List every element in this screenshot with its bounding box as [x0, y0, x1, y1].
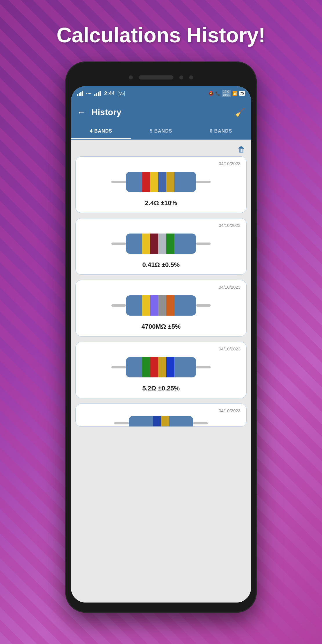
band-3-5	[174, 295, 180, 316]
resistor-visual-5	[82, 416, 240, 427]
app-bar-title: History	[91, 107, 229, 117]
resistor-value-1: 2.4Ω ±10%	[82, 199, 240, 207]
signal2-bar-4	[100, 91, 101, 96]
back-button[interactable]: ←	[77, 107, 86, 117]
cap-right-5	[177, 416, 193, 427]
notch-sensor	[179, 75, 183, 79]
resistor-body-5	[129, 416, 193, 427]
signal-bar-2	[79, 93, 80, 96]
signal2-bar-1	[94, 94, 95, 96]
band-5-2	[153, 416, 161, 427]
wifi-icon: 📶	[232, 91, 237, 96]
band-2-5	[174, 234, 180, 254]
status-time: 2:44	[104, 91, 115, 97]
cap-left-4	[126, 357, 142, 377]
vo-badge: Vo	[118, 91, 125, 96]
resistor-body-2	[126, 234, 196, 254]
phone-screen: •••• 2:44 Vo 🔕 📞 19.0KB/s 📶 75 ←	[71, 86, 251, 603]
band-2-3	[158, 234, 166, 254]
band-2-2	[150, 234, 158, 254]
resistor-visual-4	[82, 354, 240, 380]
speed-indicator: 19.0KB/s	[222, 90, 230, 97]
notch-camera	[129, 75, 133, 79]
resistor-value-4: 5.2Ω ±0.25%	[82, 385, 240, 392]
status-bar: •••• 2:44 Vo 🔕 📞 19.0KB/s 📶 75	[71, 86, 251, 101]
resistor-body-1	[126, 172, 196, 192]
status-right: 🔕 📞 19.0KB/s 📶 75	[209, 90, 245, 97]
resistor-value-2: 0.41Ω ±0.5%	[82, 261, 240, 269]
notch-dot2	[189, 75, 193, 79]
phone-frame: •••• 2:44 Vo 🔕 📞 19.0KB/s 📶 75 ←	[65, 61, 257, 613]
resistor-card-2[interactable]: 04/10/2023 0.41Ω ±0.5%	[75, 218, 247, 275]
cap-right-3	[180, 295, 196, 316]
lead-left-5	[114, 422, 129, 424]
tab-5bands[interactable]: 5 BANDS	[131, 124, 191, 139]
delete-row: 🗑	[75, 143, 247, 156]
card-date-5: 04/10/2023	[82, 408, 240, 413]
lead-left-4	[111, 366, 126, 368]
band-1-5	[174, 172, 180, 192]
resistor-body-3	[126, 295, 196, 316]
resistor-card-5[interactable]: 04/10/2023	[75, 404, 247, 427]
resistor-visual-2	[82, 231, 240, 257]
cap-left-2	[126, 234, 142, 254]
app-bar: ← History 🧹	[71, 101, 251, 124]
phone-notch	[71, 70, 251, 85]
band-3-4	[166, 295, 174, 316]
lead-left-2	[111, 243, 126, 245]
band-2-4	[166, 234, 174, 254]
delete-button[interactable]: 🗑	[238, 145, 245, 154]
cap-right-1	[180, 172, 196, 192]
lead-right-4	[196, 366, 211, 368]
band-3-2	[150, 295, 158, 316]
cap-right-4	[180, 357, 196, 377]
band-1-3	[158, 172, 166, 192]
signal-dots: ••••	[86, 91, 91, 96]
band-5-3	[161, 416, 169, 427]
band-3-1	[142, 295, 150, 316]
signal-bar-1	[77, 94, 78, 96]
signal-bar-3	[80, 92, 82, 96]
resistor-visual-1	[82, 169, 240, 195]
band-1-4	[166, 172, 174, 192]
resistor-card-3[interactable]: 04/10/2023 4700MΩ ±5%	[75, 280, 247, 337]
resistor-card-1[interactable]: 04/10/2023 2.4Ω ±10%	[75, 156, 247, 213]
page-title: Calculations History!	[0, 0, 322, 61]
lead-left-3	[111, 304, 126, 307]
clear-history-icon[interactable]: 🧹	[235, 108, 245, 117]
band-1-2	[150, 172, 158, 192]
band-5-4	[169, 416, 177, 427]
band-4-1	[142, 357, 150, 377]
lead-left-1	[111, 181, 126, 183]
band-4-5	[174, 357, 180, 377]
tab-6bands[interactable]: 6 BANDS	[191, 124, 251, 139]
signal2-bar-2	[96, 93, 97, 96]
signal-bar-4	[82, 91, 83, 96]
band-5-1	[145, 416, 153, 427]
resistor-value-3: 4700MΩ ±5%	[82, 323, 240, 330]
lead-right-1	[196, 181, 211, 183]
cap-left-1	[126, 172, 142, 192]
card-date-3: 04/10/2023	[82, 285, 240, 290]
resistor-visual-3	[82, 292, 240, 319]
content-area: 🗑 04/10/2023	[71, 140, 251, 603]
notch-speaker	[139, 75, 173, 79]
tab-4bands[interactable]: 4 BANDS	[71, 124, 131, 139]
card-date-2: 04/10/2023	[82, 223, 240, 228]
lead-right-3	[196, 304, 211, 307]
cap-left-5	[129, 416, 145, 427]
lead-right-2	[196, 243, 211, 245]
band-3-3	[158, 295, 166, 316]
resistor-card-4[interactable]: 04/10/2023 5.2Ω ±0.25%	[75, 342, 247, 398]
cap-right-2	[180, 234, 196, 254]
lead-right-5	[193, 422, 208, 424]
card-date-4: 04/10/2023	[82, 346, 240, 351]
band-4-2	[150, 357, 158, 377]
band-2-1	[142, 234, 150, 254]
signal2-bar-3	[98, 92, 99, 96]
cap-left-3	[126, 295, 142, 316]
resistor-body-4	[126, 357, 196, 377]
band-4-3	[158, 357, 166, 377]
card-date-1: 04/10/2023	[82, 161, 240, 166]
band-1-1	[142, 172, 150, 192]
